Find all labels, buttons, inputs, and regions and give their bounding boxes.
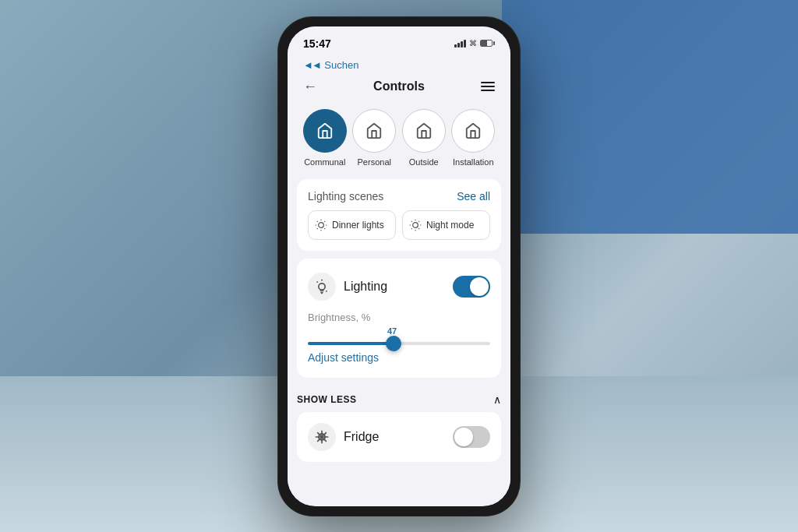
lighting-icon-circle [308,273,336,301]
scenes-section-header: Lighting scenes See all [308,190,490,203]
svg-point-9 [413,222,418,227]
menu-button[interactable] [481,82,495,91]
show-less-row: SHOW LESS ∧ [297,386,501,412]
brightness-value: 47 [387,326,397,336]
svg-line-3 [317,220,318,221]
category-installation[interactable]: Installation [451,109,495,167]
brightness-slider-container: 47 [308,326,490,345]
wifi-icon: ⌘ [469,39,477,48]
communal-label: Communal [304,157,345,167]
signal-icon [454,40,466,48]
phone-body: 15:47 ⌘ [278,17,520,516]
scenes-title: Lighting scenes [308,190,383,203]
status-bar: 15:47 ⌘ [288,26,510,58]
lighting-bulb-icon [314,279,330,294]
app-header: ← Controls [288,74,510,103]
dinner-lights-chip[interactable]: Dinner lights [308,210,396,240]
night-mode-label: Night mode [426,220,474,231]
brightness-track[interactable] [308,342,490,345]
hamburger-line-1 [481,82,495,83]
scenes-row: Dinner lights [308,210,490,240]
communal-circle [303,109,347,153]
category-row: Communal Personal [288,103,510,179]
suchen-label[interactable]: ◄ Suchen [312,59,359,71]
personal-circle [352,109,396,153]
fridge-label: Fridge [344,430,379,444]
svg-line-8 [324,220,325,221]
lighting-label: Lighting [344,280,387,294]
fridge-toggle[interactable] [453,426,490,448]
brightness-thumb[interactable] [386,336,401,351]
installation-icon [464,122,482,139]
lighting-left: Lighting [308,273,387,301]
night-mode-chip[interactable]: Night mode [402,210,490,240]
category-personal[interactable]: Personal [352,109,396,167]
show-less-label: SHOW LESS [297,394,357,405]
svg-point-18 [319,283,325,289]
phone-screen: 15:47 ⌘ [288,26,510,506]
see-all-button[interactable]: See all [457,190,490,203]
brightness-fill [308,342,394,345]
outside-icon [415,122,433,139]
fridge-card: Fridge [297,412,501,462]
category-outside[interactable]: Outside [402,109,446,167]
svg-line-7 [317,228,318,229]
svg-point-0 [319,222,324,227]
fridge-icon-circle [308,423,336,451]
status-icons: ⌘ [454,39,495,48]
hamburger-line-2 [481,86,495,87]
battery-icon [480,40,495,47]
status-time: 15:47 [303,37,331,50]
chevron-up-icon[interactable]: ∧ [493,393,501,406]
dinner-lights-icon [315,219,327,231]
svg-line-13 [418,228,419,229]
scroll-content: Communal Personal [288,103,510,505]
personal-label: Personal [358,157,391,167]
svg-line-16 [411,228,412,229]
outside-circle [402,109,446,153]
outside-label: Outside [409,157,439,167]
brightness-label: Brightness, % [308,312,490,323]
personal-icon [365,122,383,139]
night-mode-icon [409,219,422,231]
lighting-toggle[interactable] [453,276,490,298]
category-communal[interactable]: Communal [303,109,347,167]
communal-icon [316,122,334,139]
lighting-toggle-thumb [470,277,489,296]
lighting-control-card: Lighting Brightness, % 47 [297,259,501,378]
svg-line-4 [324,228,325,229]
svg-line-17 [418,220,419,221]
svg-line-12 [411,220,412,221]
lighting-scenes-card: Lighting scenes See all [297,179,501,251]
fridge-snowflake-icon [314,429,330,445]
page-title: Controls [373,79,425,93]
installation-label: Installation [453,157,494,167]
fridge-left: Fridge [308,423,379,451]
fridge-toggle-thumb [454,428,473,446]
installation-circle [451,109,495,153]
hamburger-line-3 [481,90,495,91]
decorative-blue-box [502,0,798,234]
dinner-lights-label: Dinner lights [332,220,384,231]
back-button[interactable]: ← [303,79,317,95]
phone-frame: 15:47 ⌘ [278,17,520,516]
suchen-bar: ◄ ◄ Suchen [288,58,510,74]
lighting-control-row: Lighting [308,270,490,304]
